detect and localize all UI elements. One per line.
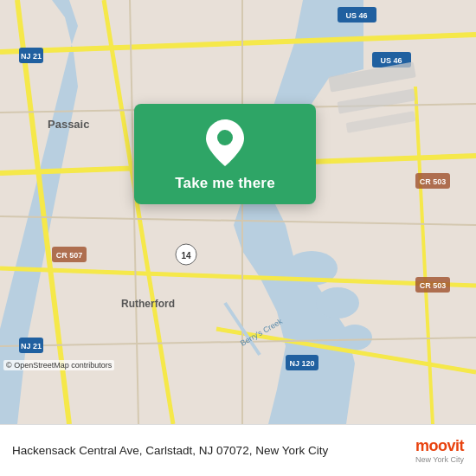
svg-text:CR 507: CR 507 — [56, 251, 83, 260]
card-overlay: Take me there — [134, 104, 316, 204]
bottom-bar: Hackensack Central Ave, Carlstadt, NJ 07… — [0, 424, 476, 476]
map-container: US 46 US 46 NJ 21 NJ 21 CR 507 14 NJ 120… — [0, 0, 476, 424]
svg-text:NJ 120: NJ 120 — [289, 359, 314, 368]
svg-text:CR 503: CR 503 — [420, 177, 447, 186]
svg-point-42 — [217, 130, 233, 145]
osm-attribution: © OpenStreetMap contributors — [3, 360, 114, 370]
svg-point-4 — [316, 287, 359, 318]
svg-text:Rutherford: Rutherford — [121, 298, 175, 310]
svg-text:14: 14 — [181, 251, 191, 261]
take-me-there-button[interactable]: Take me there — [175, 175, 275, 192]
moovit-logo: moovit New York City — [415, 437, 464, 464]
moovit-subtitle: New York City — [415, 455, 464, 464]
svg-text:NJ 21: NJ 21 — [21, 342, 42, 351]
svg-text:CR 503: CR 503 — [420, 281, 447, 290]
svg-text:NJ 21: NJ 21 — [21, 52, 42, 61]
svg-point-5 — [338, 325, 372, 351]
svg-text:US 46: US 46 — [345, 11, 367, 20]
svg-text:US 46: US 46 — [380, 56, 402, 65]
moovit-wordmark: moovit — [415, 437, 464, 455]
location-pin-icon — [206, 119, 244, 166]
address-label: Hackensack Central Ave, Carlstadt, NJ 07… — [12, 444, 405, 457]
svg-text:Passaic: Passaic — [48, 118, 89, 131]
